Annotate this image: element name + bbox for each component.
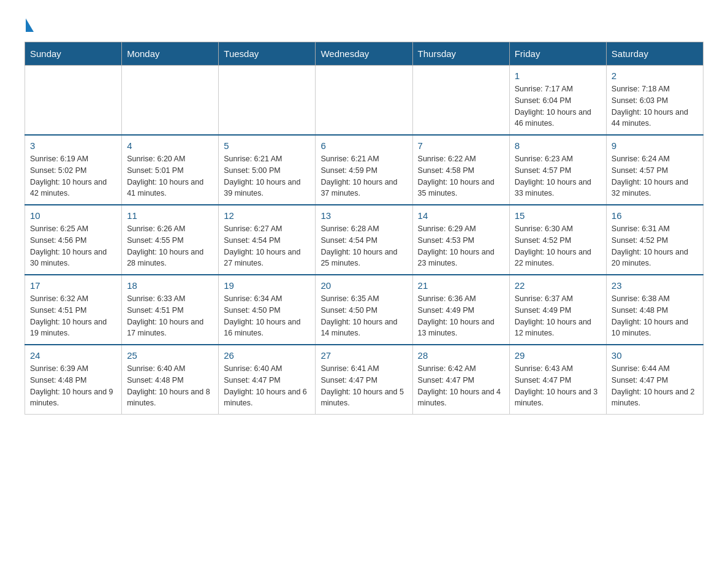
- day-cell: 17Sunrise: 6:32 AM Sunset: 4:51 PM Dayli…: [25, 275, 122, 345]
- day-number: 17: [30, 280, 116, 291]
- header-cell-thursday: Thursday: [412, 42, 509, 66]
- day-cell: [122, 66, 219, 136]
- day-cell: 10Sunrise: 6:25 AM Sunset: 4:56 PM Dayli…: [25, 205, 122, 275]
- day-info: Sunrise: 6:42 AM Sunset: 4:47 PM Dayligh…: [418, 363, 504, 409]
- day-info: Sunrise: 6:39 AM Sunset: 4:48 PM Dayligh…: [30, 363, 116, 409]
- day-number: 26: [224, 350, 310, 361]
- day-info: Sunrise: 6:19 AM Sunset: 5:02 PM Dayligh…: [30, 153, 116, 199]
- day-info: Sunrise: 6:36 AM Sunset: 4:49 PM Dayligh…: [418, 293, 504, 339]
- header: [25, 18, 703, 29]
- day-number: 20: [320, 280, 407, 291]
- day-cell: 9Sunrise: 6:24 AM Sunset: 4:57 PM Daylig…: [606, 135, 703, 205]
- day-cell: 30Sunrise: 6:44 AM Sunset: 4:47 PM Dayli…: [606, 345, 703, 415]
- header-cell-wednesday: Wednesday: [316, 42, 412, 66]
- day-info: Sunrise: 6:32 AM Sunset: 4:51 PM Dayligh…: [30, 293, 116, 339]
- week-row-4: 17Sunrise: 6:32 AM Sunset: 4:51 PM Dayli…: [25, 275, 703, 345]
- day-number: 8: [515, 140, 601, 151]
- day-info: Sunrise: 6:20 AM Sunset: 5:01 PM Dayligh…: [127, 153, 213, 199]
- day-info: Sunrise: 6:22 AM Sunset: 4:58 PM Dayligh…: [418, 153, 504, 199]
- day-info: Sunrise: 6:30 AM Sunset: 4:52 PM Dayligh…: [515, 223, 601, 269]
- day-number: 29: [515, 350, 601, 361]
- day-number: 16: [612, 210, 698, 221]
- header-cell-friday: Friday: [509, 42, 606, 66]
- day-number: 10: [30, 210, 116, 221]
- day-cell: 22Sunrise: 6:37 AM Sunset: 4:49 PM Dayli…: [509, 275, 606, 345]
- day-cell: [412, 66, 509, 136]
- header-cell-sunday: Sunday: [25, 42, 122, 66]
- calendar-header: SundayMondayTuesdayWednesdayThursdayFrid…: [25, 42, 703, 66]
- day-cell: 25Sunrise: 6:40 AM Sunset: 4:48 PM Dayli…: [122, 345, 219, 415]
- day-info: Sunrise: 6:29 AM Sunset: 4:53 PM Dayligh…: [418, 223, 504, 269]
- day-cell: 29Sunrise: 6:43 AM Sunset: 4:47 PM Dayli…: [509, 345, 606, 415]
- day-number: 9: [612, 140, 698, 151]
- day-cell: 15Sunrise: 6:30 AM Sunset: 4:52 PM Dayli…: [509, 205, 606, 275]
- day-info: Sunrise: 6:34 AM Sunset: 4:50 PM Dayligh…: [224, 293, 310, 339]
- day-cell: 8Sunrise: 6:23 AM Sunset: 4:57 PM Daylig…: [509, 135, 606, 205]
- day-number: 4: [127, 140, 213, 151]
- day-number: 22: [515, 280, 601, 291]
- day-cell: 28Sunrise: 6:42 AM Sunset: 4:47 PM Dayli…: [412, 345, 509, 415]
- logo-area: [25, 18, 34, 29]
- day-number: 6: [320, 140, 407, 151]
- logo: [25, 18, 34, 32]
- day-cell: 5Sunrise: 6:21 AM Sunset: 5:00 PM Daylig…: [219, 135, 316, 205]
- day-cell: 2Sunrise: 7:18 AM Sunset: 6:03 PM Daylig…: [606, 66, 703, 136]
- week-row-1: 1Sunrise: 7:17 AM Sunset: 6:04 PM Daylig…: [25, 66, 703, 136]
- day-info: Sunrise: 6:35 AM Sunset: 4:50 PM Dayligh…: [320, 293, 407, 339]
- day-number: 15: [515, 210, 601, 221]
- day-cell: 16Sunrise: 6:31 AM Sunset: 4:52 PM Dayli…: [606, 205, 703, 275]
- day-info: Sunrise: 7:18 AM Sunset: 6:03 PM Dayligh…: [612, 83, 698, 129]
- logo-triangle-icon: [26, 18, 34, 32]
- day-number: 21: [418, 280, 504, 291]
- day-number: 7: [418, 140, 504, 151]
- day-cell: [219, 66, 316, 136]
- day-number: 18: [127, 280, 213, 291]
- day-cell: 24Sunrise: 6:39 AM Sunset: 4:48 PM Dayli…: [25, 345, 122, 415]
- day-cell: 27Sunrise: 6:41 AM Sunset: 4:47 PM Dayli…: [316, 345, 412, 415]
- day-info: Sunrise: 6:24 AM Sunset: 4:57 PM Dayligh…: [612, 153, 698, 199]
- day-cell: 18Sunrise: 6:33 AM Sunset: 4:51 PM Dayli…: [122, 275, 219, 345]
- day-number: 13: [320, 210, 407, 221]
- day-number: 12: [224, 210, 310, 221]
- day-number: 28: [418, 350, 504, 361]
- week-row-3: 10Sunrise: 6:25 AM Sunset: 4:56 PM Dayli…: [25, 205, 703, 275]
- day-number: 1: [515, 71, 601, 81]
- day-cell: 4Sunrise: 6:20 AM Sunset: 5:01 PM Daylig…: [122, 135, 219, 205]
- day-cell: 20Sunrise: 6:35 AM Sunset: 4:50 PM Dayli…: [316, 275, 412, 345]
- day-info: Sunrise: 6:44 AM Sunset: 4:47 PM Dayligh…: [612, 363, 698, 409]
- day-info: Sunrise: 7:17 AM Sunset: 6:04 PM Dayligh…: [515, 83, 601, 129]
- day-info: Sunrise: 6:37 AM Sunset: 4:49 PM Dayligh…: [515, 293, 601, 339]
- day-cell: 11Sunrise: 6:26 AM Sunset: 4:55 PM Dayli…: [122, 205, 219, 275]
- day-info: Sunrise: 6:21 AM Sunset: 5:00 PM Dayligh…: [224, 153, 310, 199]
- day-cell: [25, 66, 122, 136]
- day-info: Sunrise: 6:27 AM Sunset: 4:54 PM Dayligh…: [224, 223, 310, 269]
- day-cell: 13Sunrise: 6:28 AM Sunset: 4:54 PM Dayli…: [316, 205, 412, 275]
- day-cell: 3Sunrise: 6:19 AM Sunset: 5:02 PM Daylig…: [25, 135, 122, 205]
- header-row: SundayMondayTuesdayWednesdayThursdayFrid…: [25, 42, 703, 66]
- day-cell: 6Sunrise: 6:21 AM Sunset: 4:59 PM Daylig…: [316, 135, 412, 205]
- day-number: 3: [30, 140, 116, 151]
- week-row-5: 24Sunrise: 6:39 AM Sunset: 4:48 PM Dayli…: [25, 345, 703, 415]
- day-number: 2: [612, 71, 698, 81]
- day-cell: 12Sunrise: 6:27 AM Sunset: 4:54 PM Dayli…: [219, 205, 316, 275]
- day-cell: 1Sunrise: 7:17 AM Sunset: 6:04 PM Daylig…: [509, 66, 606, 136]
- day-info: Sunrise: 6:43 AM Sunset: 4:47 PM Dayligh…: [515, 363, 601, 409]
- day-number: 30: [612, 350, 698, 361]
- calendar-body: 1Sunrise: 7:17 AM Sunset: 6:04 PM Daylig…: [25, 66, 703, 415]
- day-info: Sunrise: 6:33 AM Sunset: 4:51 PM Dayligh…: [127, 293, 213, 339]
- day-info: Sunrise: 6:28 AM Sunset: 4:54 PM Dayligh…: [320, 223, 407, 269]
- header-cell-monday: Monday: [122, 42, 219, 66]
- day-info: Sunrise: 6:21 AM Sunset: 4:59 PM Dayligh…: [320, 153, 407, 199]
- day-info: Sunrise: 6:25 AM Sunset: 4:56 PM Dayligh…: [30, 223, 116, 269]
- day-cell: 14Sunrise: 6:29 AM Sunset: 4:53 PM Dayli…: [412, 205, 509, 275]
- day-number: 14: [418, 210, 504, 221]
- header-cell-tuesday: Tuesday: [219, 42, 316, 66]
- day-cell: 23Sunrise: 6:38 AM Sunset: 4:48 PM Dayli…: [606, 275, 703, 345]
- day-number: 11: [127, 210, 213, 221]
- day-info: Sunrise: 6:23 AM Sunset: 4:57 PM Dayligh…: [515, 153, 601, 199]
- day-cell: 19Sunrise: 6:34 AM Sunset: 4:50 PM Dayli…: [219, 275, 316, 345]
- day-info: Sunrise: 6:41 AM Sunset: 4:47 PM Dayligh…: [320, 363, 407, 409]
- day-number: 23: [612, 280, 698, 291]
- header-cell-saturday: Saturday: [606, 42, 703, 66]
- week-row-2: 3Sunrise: 6:19 AM Sunset: 5:02 PM Daylig…: [25, 135, 703, 205]
